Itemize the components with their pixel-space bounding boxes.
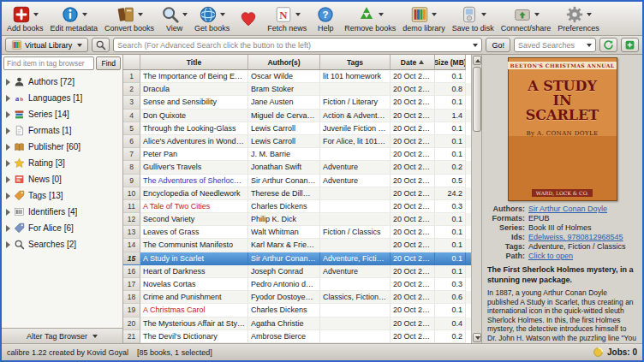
- edit-metadata-button[interactable]: Edit metadata: [48, 3, 101, 33]
- book-row[interactable]: 8Gulliver's TravelsJonathan SwiftAdventu…: [123, 161, 471, 174]
- book-row[interactable]: 4Don QuixoteMiguel de Cervantes Saa...Ac…: [123, 110, 471, 122]
- book-row[interactable]: 20The Mysterious Affair at StylesAgatha …: [123, 317, 471, 330]
- remove-books-button[interactable]: Remove books: [342, 3, 398, 33]
- book-row[interactable]: 12Second VarietyPhilip K. Dick20 Oct 201…: [123, 213, 471, 226]
- preferences-button[interactable]: Preferences: [555, 3, 602, 33]
- tag-browser-item-authors[interactable]: Authors [72]: [2, 74, 122, 90]
- svg-text:N: N: [279, 9, 288, 21]
- book-row[interactable]: 10Encyclopedia of NeedleworkTherese de D…: [123, 187, 471, 200]
- book-row[interactable]: 11A Tale of Two CitiesCharles Dickens20 …: [123, 200, 471, 213]
- book-row[interactable]: 17Novelas CortasPedro Antonio de Alarcón…: [123, 278, 471, 291]
- alter-tag-browser-select[interactable]: Alter Tag Browser: [2, 328, 122, 343]
- book-row[interactable]: 9The Adventures of Sherlock ...Sir Arthu…: [123, 175, 471, 187]
- tag-browser-item-formats[interactable]: Formats [1]: [2, 122, 122, 139]
- dropdown-arrow-icon[interactable]: [534, 13, 540, 19]
- dropdown-arrow-icon[interactable]: [33, 13, 39, 19]
- cell-date: 20 Oct 2010: [391, 291, 435, 304]
- book-row[interactable]: 18Crime and PunishmentFyodor Dostoyevsky…: [123, 291, 471, 304]
- book-cover[interactable]: BEETON'S CHRISTMAS ANNUAL A STUDY IN SCA…: [508, 57, 617, 201]
- saved-searches-label: Saved Searches: [518, 41, 575, 50]
- dropdown-arrow-icon[interactable]: [295, 13, 301, 19]
- save-to-disk-button[interactable]: Save to disk: [450, 3, 497, 33]
- book-row[interactable]: 19A Christmas CarolCharles Dickens20 Oct…: [123, 304, 471, 317]
- dropdown-arrow-icon[interactable]: [220, 13, 225, 19]
- dropdown-arrow-icon[interactable]: [432, 13, 437, 19]
- column-header-title[interactable]: Title: [140, 55, 248, 70]
- cell-num: 7: [123, 148, 140, 161]
- expand-arrow-icon[interactable]: [6, 193, 10, 199]
- expand-arrow-icon[interactable]: [6, 241, 10, 248]
- search-input[interactable]: [117, 41, 470, 50]
- tag-browser-item-rating[interactable]: Rating [3]: [2, 155, 122, 171]
- tag-browser-item-label: Searches [2]: [28, 240, 76, 249]
- column-header-tags[interactable]: Tags: [320, 55, 391, 70]
- tag-browser-item-tags[interactable]: Tags [13]: [2, 187, 122, 204]
- library-button[interactable]: demo library: [400, 3, 448, 33]
- scroll-up-button[interactable]: [473, 56, 481, 65]
- book-row[interactable]: 16Heart of DarknessJoseph ConradAdventur…: [123, 265, 471, 278]
- get-books-button[interactable]: Get books: [192, 3, 232, 33]
- save-search-button[interactable]: [621, 38, 639, 52]
- scrollbar-thumb[interactable]: [473, 67, 481, 132]
- book-row[interactable]: 5Through the Looking-GlassLewis CarrollJ…: [123, 122, 471, 135]
- detail-field-value[interactable]: Edelweiss, 9780812968545: [528, 233, 639, 242]
- column-header-author-s-[interactable]: Author(s): [248, 55, 320, 70]
- copy-search-to-saved-button[interactable]: [599, 38, 617, 52]
- dropdown-arrow-icon[interactable]: [587, 13, 592, 19]
- book-row[interactable]: 21The Devil's DictionaryAmbrose Bierce20…: [123, 330, 471, 343]
- convert-books-button[interactable]: Convert books: [102, 3, 157, 33]
- detail-field-value[interactable]: Click to open: [528, 252, 639, 261]
- cell-size: 0.2: [435, 161, 466, 174]
- advanced-search-button[interactable]: [92, 38, 110, 52]
- column-header-size-mb-[interactable]: Size (MB): [435, 55, 466, 70]
- expand-arrow-icon[interactable]: [6, 176, 10, 183]
- expand-arrow-icon[interactable]: [6, 144, 10, 151]
- detail-field-value[interactable]: Sir Arthur Conan Doyle: [528, 205, 639, 214]
- go-button[interactable]: Go!: [486, 38, 510, 52]
- view-button[interactable]: View: [158, 3, 190, 33]
- saved-searches-select[interactable]: Saved Searches: [514, 38, 596, 52]
- book-row[interactable]: 1The Importance of Being Ear...Oscar Wil…: [123, 70, 471, 83]
- virtual-library-button[interactable]: Virtual Library: [5, 38, 88, 52]
- expand-arrow-icon[interactable]: [6, 209, 10, 216]
- tag-browser-item-searches[interactable]: Searches [2]: [2, 236, 122, 252]
- expand-arrow-icon[interactable]: [6, 225, 10, 232]
- book-row[interactable]: 15A Study in ScarletSir Arthur Conan Doy…: [123, 252, 471, 265]
- expand-arrow-icon[interactable]: [6, 95, 10, 102]
- cell-size: 0.1: [435, 265, 466, 278]
- expand-arrow-icon[interactable]: [6, 111, 10, 118]
- expand-arrow-icon[interactable]: [6, 79, 10, 86]
- fetch-news-button[interactable]: NFetch news: [265, 3, 309, 33]
- tag-browser-item-series[interactable]: Series [14]: [2, 106, 122, 122]
- tag-browser-item-publisher[interactable]: Publisher [60]: [2, 139, 122, 155]
- book-row[interactable]: 13Leaves of GrassWalt WhitmanFiction / C…: [123, 226, 471, 239]
- jobs-indicator[interactable]: Jobs: 0: [593, 347, 637, 358]
- tag-browser-item-news[interactable]: News [0]: [2, 171, 122, 187]
- column-header-date[interactable]: Date: [391, 55, 435, 70]
- book-row[interactable]: 7Peter PanJ. M. Barrie20 Oct 20100.1: [123, 148, 471, 161]
- dropdown-arrow-icon[interactable]: [182, 13, 188, 19]
- book-row[interactable]: 14The Communist ManifestoKarl Marx & Fri…: [123, 239, 471, 252]
- dropdown-arrow-icon[interactable]: [82, 13, 87, 19]
- book-row[interactable]: 6Alice's Adventures in Wonder...Lewis Ca…: [123, 135, 471, 148]
- expand-arrow-icon[interactable]: [6, 128, 10, 134]
- book-row[interactable]: 3Sense and SensibilityJane AustenFiction…: [123, 96, 471, 109]
- add-books-button[interactable]: Add books: [4, 3, 46, 33]
- dropdown-arrow-icon[interactable]: [481, 13, 486, 19]
- search-history-arrow-icon[interactable]: [473, 44, 478, 50]
- book-list-scrollbar[interactable]: [471, 55, 481, 343]
- help-button[interactable]: ?Help: [311, 3, 340, 33]
- scroll-down-button[interactable]: [473, 333, 481, 342]
- tag-browser-item-languages[interactable]: abLanguages [1]: [2, 90, 122, 106]
- tag-browser-find-button[interactable]: Find: [96, 56, 121, 70]
- tag-browser-item-identifiers[interactable]: Identifiers [4]: [2, 204, 122, 220]
- dropdown-arrow-icon[interactable]: [138, 13, 143, 19]
- expand-arrow-icon[interactable]: [6, 160, 10, 167]
- dropdown-arrow-icon[interactable]: [379, 13, 384, 19]
- book-row[interactable]: 2DraculaBram Stoker20 Oct 20100.8: [123, 83, 471, 96]
- tag-browser-item-for-alice[interactable]: For Alice [6]: [2, 220, 122, 236]
- donate-button[interactable]: [234, 8, 263, 29]
- connect-share-button[interactable]: Connect/share: [498, 3, 554, 33]
- tag-browser-find-input[interactable]: [3, 56, 94, 70]
- tag-browser-item-label: Authors [72]: [28, 77, 75, 86]
